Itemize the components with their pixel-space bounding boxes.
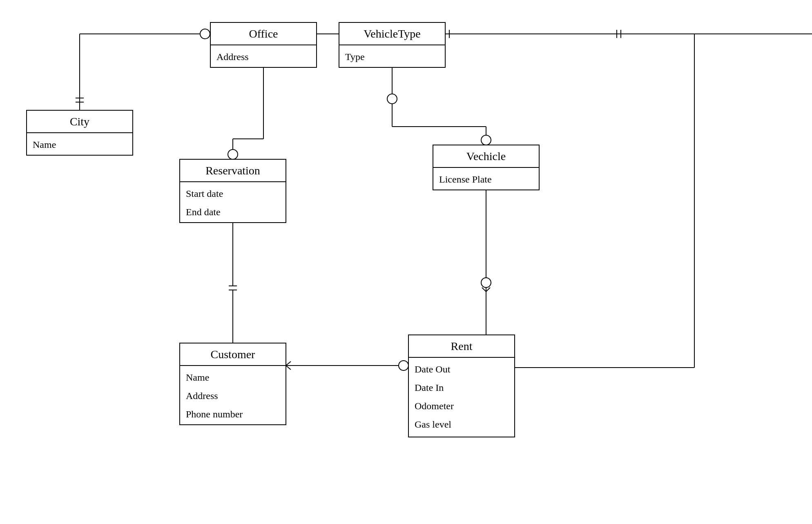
rent-attr-dateout: Date Out [415, 364, 451, 375]
city-office-connector [76, 29, 216, 110]
svg-line-49 [486, 288, 490, 292]
office-reservation-connector [228, 67, 263, 163]
customer-entity: Customer Name Address Phone number [180, 343, 286, 425]
vehicle-rent-connector [481, 167, 491, 335]
rent-title: Rent [451, 340, 473, 352]
reservation-title: Reservation [205, 164, 260, 177]
vehicletype-entity: VehicleType Type [339, 22, 445, 67]
customer-attr-phone: Phone number [186, 409, 243, 419]
svg-line-60 [286, 366, 291, 370]
customer-rent-connector [286, 361, 408, 370]
vehicle-entity: Vechicle License Plate [433, 145, 539, 190]
reservation-attr-enddate: End date [186, 207, 221, 217]
office-attr-address: Address [216, 51, 249, 62]
rent-attr-gaslevel: Gas level [415, 419, 451, 430]
rent-attr-odometer: Odometer [415, 401, 454, 411]
office-entity: Office Address [210, 22, 317, 67]
svg-point-4 [200, 29, 210, 39]
svg-line-47 [482, 288, 486, 292]
svg-point-61 [399, 361, 408, 370]
customer-attr-address: Address [186, 390, 218, 401]
customer-attr-name: Name [186, 372, 209, 383]
vehicletype-vehicle-connector [387, 67, 491, 149]
rent-entity: Rent Date Out Date In Odometer Gas level [408, 335, 515, 437]
top-right-connector [515, 30, 694, 368]
svg-point-46 [481, 278, 491, 288]
office-title: Office [249, 27, 278, 40]
vehicletype-attr-type: Type [345, 51, 365, 62]
vehicle-attr-licenseplate: License Plate [439, 174, 492, 185]
vehicle-title: Vechicle [466, 150, 506, 163]
vehicletype-title: VehicleType [364, 27, 421, 40]
svg-point-25 [481, 135, 491, 145]
city-title: City [70, 115, 89, 128]
svg-point-21 [387, 94, 397, 104]
reservation-entity: Reservation Start date End date [180, 159, 286, 223]
svg-point-32 [228, 149, 238, 159]
reservation-attr-startdate: Start date [186, 188, 223, 199]
city-entity: City Name [27, 110, 133, 155]
city-attr-name: Name [33, 139, 56, 150]
svg-line-58 [286, 361, 291, 366]
customer-title: Customer [211, 348, 256, 361]
er-diagram: City Name Office Address VehicleType Typ… [0, 0, 812, 524]
rent-attr-datein: Date In [415, 382, 444, 393]
